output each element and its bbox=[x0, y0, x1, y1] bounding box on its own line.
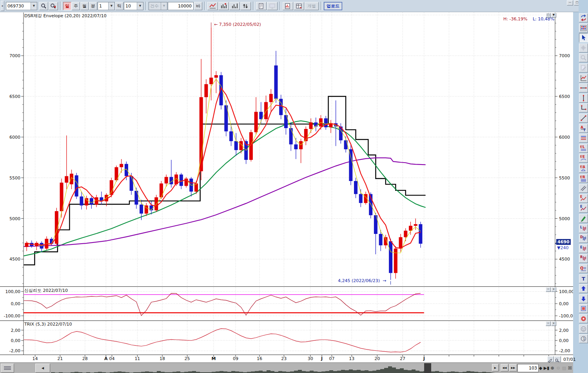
candle bbox=[399, 237, 403, 248]
sub2-panel-controls: − × bbox=[546, 321, 556, 326]
search-button[interactable] bbox=[39, 2, 48, 10]
panel-minimize-button[interactable]: − bbox=[546, 287, 551, 292]
toolbar-grip[interactable]: ▸ bbox=[1, 1, 4, 11]
bar-position-input[interactable] bbox=[517, 364, 539, 372]
chevron-down-icon[interactable]: ▼ bbox=[137, 2, 143, 10]
candle bbox=[160, 183, 163, 197]
indicator-settings-button[interactable] bbox=[579, 24, 588, 33]
quote-note-tool-button[interactable]: Q bbox=[579, 264, 588, 273]
fibo-triangle-tool-button[interactable]: f/A bbox=[579, 164, 588, 173]
panel-close-button[interactable]: × bbox=[551, 287, 556, 292]
svg-text:R: R bbox=[580, 255, 583, 259]
angle-line-tool-button[interactable] bbox=[579, 103, 588, 112]
pattern-r-tool-button[interactable]: R bbox=[579, 254, 588, 263]
period-minute-button[interactable]: 분 bbox=[89, 2, 97, 10]
bar-count-input[interactable] bbox=[168, 2, 194, 10]
channel-tool-button[interactable] bbox=[579, 184, 588, 193]
period-month-button[interactable]: 월 bbox=[80, 2, 89, 10]
svg-text:f/E: f/E bbox=[580, 155, 585, 159]
square-marker-button[interactable] bbox=[579, 304, 588, 313]
ma-fast-line bbox=[27, 88, 421, 248]
minute-combo[interactable]: 1 ▼ bbox=[98, 2, 115, 10]
smiley-marker-button[interactable] bbox=[579, 324, 588, 333]
expand-range-button[interactable]: ◆ bbox=[538, 365, 543, 371]
sub1-axis-label-right: 100,00 bbox=[559, 289, 573, 294]
edge-date-label: 07/01 bbox=[563, 357, 576, 362]
text-ratio-tool-button[interactable]: AT bbox=[579, 124, 588, 133]
vertical-line-tool-button[interactable] bbox=[579, 94, 588, 103]
nav-menu-button[interactable] bbox=[1, 364, 14, 373]
pattern-e-tool-button[interactable]: E bbox=[579, 244, 588, 253]
step-back-button[interactable]: ◀◀ bbox=[501, 364, 508, 371]
text-ratio-tool-icon: AT bbox=[580, 125, 587, 132]
trend-chart-tool-button[interactable] bbox=[579, 74, 588, 83]
panel-minimize-button[interactable]: − bbox=[546, 321, 551, 326]
period-day-button[interactable]: 일 bbox=[63, 2, 71, 10]
elliott-wave-tool-button[interactable]: E bbox=[579, 194, 588, 203]
draw-edit-button[interactable] bbox=[547, 356, 554, 362]
panel-collapse-button[interactable]: ▼ bbox=[551, 13, 556, 18]
fibo-retrace-tool-button[interactable]: f/R bbox=[579, 174, 588, 183]
text-tool-button[interactable]: T bbox=[579, 274, 588, 283]
circle-marker-button[interactable] bbox=[579, 314, 588, 323]
to-end-button[interactable]: ▶▮ bbox=[544, 365, 549, 371]
arrow-up-marker-button[interactable] bbox=[579, 284, 588, 293]
arrow-down-marker-icon bbox=[580, 295, 587, 302]
x-axis-label: J bbox=[321, 356, 323, 361]
tick-count-combo[interactable]: 10 ▼ bbox=[124, 2, 143, 10]
minimize-button[interactable]: — bbox=[567, 0, 573, 5]
step-forward-button[interactable]: ▶▶ bbox=[509, 364, 517, 371]
refresh-button[interactable] bbox=[579, 13, 588, 22]
chevron-down-icon[interactable]: ▼ bbox=[31, 2, 37, 10]
pattern-l-tool-button[interactable]: L bbox=[579, 224, 588, 233]
data-table-button[interactable] bbox=[294, 2, 304, 10]
zoom-edge-button[interactable] bbox=[554, 356, 561, 362]
fit-view-button: ▨ bbox=[561, 365, 567, 371]
parallel-lines-tool-icon bbox=[580, 134, 587, 142]
period-week-button[interactable]: 주 bbox=[72, 2, 80, 10]
close-nav-button[interactable]: ☒ bbox=[567, 365, 573, 371]
play-button[interactable]: ▶ bbox=[492, 364, 499, 371]
chevron-down-icon[interactable]: ▼ bbox=[108, 2, 114, 10]
line-chart-style-button[interactable] bbox=[207, 2, 218, 10]
upload-button[interactable]: 업로드 bbox=[324, 2, 342, 10]
pencil-icon bbox=[548, 358, 553, 362]
pattern-d-tool-button[interactable]: D bbox=[579, 234, 588, 243]
cursor-tool-button[interactable] bbox=[579, 33, 588, 42]
fibo-lines-tool-icon: f/L bbox=[580, 145, 587, 152]
channel-tool-icon bbox=[580, 185, 587, 192]
candle bbox=[165, 177, 168, 184]
svg-text:f/R: f/R bbox=[580, 176, 585, 179]
pen-tool-button[interactable] bbox=[579, 214, 588, 223]
panel-close-button[interactable]: × bbox=[551, 321, 556, 326]
panel-restore-button[interactable]: □ bbox=[546, 13, 551, 18]
chart-panel: 7000700065006500600060005500550050005000… bbox=[0, 12, 573, 362]
fibo-lines-tool-button[interactable]: f/L bbox=[579, 144, 588, 153]
navigator-handle[interactable] bbox=[424, 363, 431, 373]
candle bbox=[379, 234, 383, 245]
elliott-impulse-tool-button[interactable]: E bbox=[579, 204, 588, 213]
horizontal-line-tool-button[interactable] bbox=[579, 83, 588, 92]
candle bbox=[359, 194, 363, 203]
sort-updown-button[interactable] bbox=[240, 2, 251, 10]
chart-title: DSR제강 Envelope (20,20) 2022/07/10 bbox=[24, 13, 107, 19]
last-price-tag: 4690 bbox=[556, 239, 571, 245]
fibo-fan-tool-button[interactable]: f/E bbox=[579, 154, 588, 163]
tick-button[interactable]: 틱 bbox=[115, 2, 123, 10]
number-marker-button[interactable]: 1 bbox=[579, 334, 588, 343]
candle bbox=[419, 224, 422, 244]
stock-search-button[interactable] bbox=[49, 2, 58, 10]
zoom-in-button[interactable]: ⊕ bbox=[550, 365, 555, 371]
stock-code-combo[interactable]: 069730 ▼ bbox=[6, 2, 37, 10]
sub1-panel-controls: − × bbox=[546, 287, 556, 292]
price-chart[interactable]: 7000700065006500600060005500550050005000… bbox=[0, 12, 573, 362]
bar-chart-button[interactable] bbox=[229, 2, 240, 10]
arrow-down-marker-button[interactable] bbox=[579, 294, 588, 303]
volume-indicator-button[interactable] bbox=[218, 2, 229, 10]
document-button[interactable] bbox=[256, 2, 267, 10]
nav-scroll-left-button[interactable]: ◀ bbox=[35, 364, 50, 373]
diagonal-line-tool-button[interactable] bbox=[579, 114, 588, 123]
bar-unit-button[interactable]: 바 bbox=[194, 2, 202, 10]
parallel-lines-tool-button[interactable] bbox=[579, 134, 588, 143]
report-chart-button[interactable] bbox=[283, 2, 293, 10]
